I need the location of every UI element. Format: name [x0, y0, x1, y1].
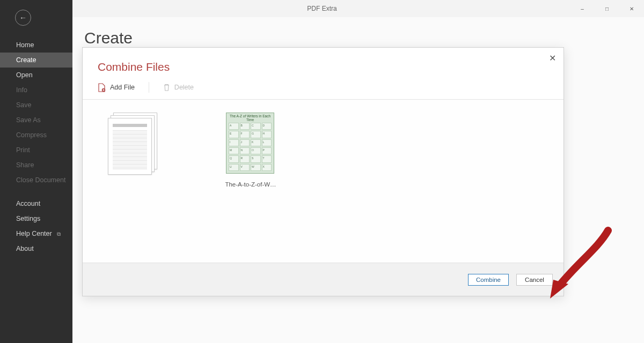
- app-title: PDF Extra: [307, 5, 336, 12]
- sidebar-item-label: Home: [16, 41, 34, 49]
- cancel-label: Cancel: [525, 277, 544, 283]
- toolbar-separator: [149, 82, 149, 93]
- sidebar-item-save: Save: [0, 98, 72, 113]
- file-thumbnail: [108, 113, 157, 176]
- sidebar: ← Home Create Open Info Save Save As Com…: [0, 0, 72, 343]
- add-file-label: Add File: [110, 84, 135, 91]
- sidebar-item-open[interactable]: Open: [0, 68, 72, 83]
- file-item[interactable]: [98, 113, 167, 181]
- sidebar-item-help-center[interactable]: Help Center ⧉: [0, 226, 72, 241]
- sidebar-item-close-document: Close Document: [0, 173, 72, 188]
- file-thumbnail: The A-Z of Writers in Each Time ABCDEFGH…: [226, 113, 275, 176]
- sidebar-item-label: Save As: [16, 116, 41, 124]
- sidebar-item-print: Print: [0, 143, 72, 158]
- delete-label: Delete: [174, 84, 194, 91]
- sidebar-item-label: Share: [16, 161, 34, 169]
- dialog-title: Combine Files: [98, 61, 548, 73]
- sidebar-item-label: Close Document: [16, 176, 65, 184]
- sidebar-item-save-as: Save As: [0, 113, 72, 128]
- sidebar-item-settings[interactable]: Settings: [0, 211, 72, 226]
- external-link-icon: ⧉: [57, 231, 61, 237]
- close-window-button[interactable]: ✕: [619, 0, 644, 17]
- sidebar-item-label: Info: [16, 86, 27, 94]
- back-button[interactable]: ←: [15, 10, 31, 26]
- poster-thumbnail-title: The A-Z of Writers in Each Time: [226, 113, 274, 122]
- dialog-header: Combine Files ✕: [83, 48, 564, 79]
- combine-files-dialog: Combine Files ✕ Add File Delete: [82, 47, 564, 296]
- sidebar-item-label: Compress: [16, 131, 47, 139]
- sidebar-item-label: Account: [16, 200, 40, 207]
- trash-icon: [163, 84, 170, 92]
- sidebar-item-label: Print: [16, 146, 30, 154]
- sidebar-item-label: Create: [16, 56, 36, 64]
- sidebar-item-label: Save: [16, 101, 32, 109]
- maximize-button[interactable]: □: [595, 0, 619, 17]
- sidebar-item-label: Help Center: [16, 230, 52, 237]
- sidebar-item-info: Info: [0, 83, 72, 98]
- title-bar: PDF Extra – □ ✕: [0, 0, 644, 17]
- combine-button[interactable]: Combine: [468, 274, 509, 286]
- window-controls: – □ ✕: [570, 0, 644, 17]
- dialog-body: The A-Z of Writers in Each Time ABCDEFGH…: [83, 100, 564, 263]
- sidebar-item-label: Settings: [16, 215, 40, 222]
- close-icon: ✕: [549, 54, 556, 63]
- sidebar-item-share: Share: [0, 158, 72, 173]
- dialog-footer: Combine Cancel: [83, 263, 564, 296]
- add-file-button[interactable]: Add File: [98, 83, 135, 92]
- dialog-toolbar: Add File Delete: [83, 79, 564, 100]
- back-arrow-icon: ←: [19, 13, 27, 22]
- combine-label: Combine: [476, 277, 501, 283]
- add-file-icon: [98, 83, 106, 92]
- delete-button: Delete: [163, 84, 194, 92]
- sidebar-item-compress: Compress: [0, 128, 72, 143]
- sidebar-item-label: Open: [16, 71, 33, 79]
- sidebar-item-home[interactable]: Home: [0, 38, 72, 53]
- sidebar-item-account[interactable]: Account: [0, 196, 72, 211]
- sidebar-item-label: About: [16, 245, 34, 252]
- minimize-button[interactable]: –: [570, 0, 595, 17]
- file-name-label: The-A-to-Z-of-W…: [225, 181, 276, 188]
- main-panel: Create Combine Files ✕ Add File Delete: [72, 17, 644, 343]
- page-title: Create: [84, 29, 644, 47]
- sidebar-item-about[interactable]: About: [0, 241, 72, 256]
- cancel-button[interactable]: Cancel: [516, 274, 553, 286]
- dialog-close-button[interactable]: ✕: [549, 53, 556, 63]
- sidebar-item-create[interactable]: Create: [0, 53, 72, 68]
- file-item[interactable]: The A-Z of Writers in Each Time ABCDEFGH…: [216, 113, 286, 188]
